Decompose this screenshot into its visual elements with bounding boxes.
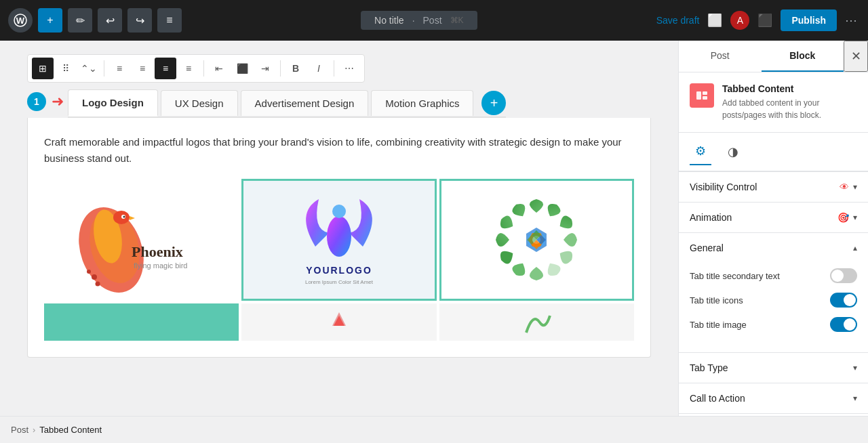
- svg-rect-23: [703, 96, 707, 100]
- tab-ux-design[interactable]: UX Design: [161, 90, 238, 116]
- visibility-icon: 👁: [840, 182, 849, 192]
- toolbar-block-type-btn[interactable]: ⊞: [32, 58, 54, 79]
- more-options-button[interactable]: ⋯: [842, 10, 860, 30]
- toolbar-align-right-btn[interactable]: ≡: [155, 58, 176, 79]
- toggle-row-image: Tab title image: [690, 317, 857, 332]
- tab-type-chevron: ▾: [853, 363, 857, 373]
- toolbar-indent-left-btn[interactable]: ⇤: [208, 58, 230, 79]
- block-details: Tabbed Content Add tabbed content in you…: [722, 83, 857, 121]
- general-content: Tab title secondary text Tab title icons…: [679, 263, 868, 352]
- top-right-actions: Save draft ⬜ A ⬛ Publish ⋯: [656, 9, 860, 31]
- list-view-button[interactable]: ≡: [157, 8, 182, 33]
- toggle-secondary-text[interactable]: [830, 268, 857, 283]
- main-layout: ⊞ ⠿ ⌃⌄ ≡ ≡ ≡ ≡ ⇤ ⬛ ⇥ B I ⋯ 1 ➜ Logo Des: [0, 41, 868, 416]
- block-desc: Add tabbed content in your posts/pages w…: [722, 97, 857, 121]
- svg-rect-22: [703, 91, 707, 95]
- toolbar-bold-btn[interactable]: B: [285, 58, 307, 79]
- toolbar-more-btn[interactable]: ⋯: [338, 58, 360, 79]
- visibility-control-label: Visibility Control: [690, 182, 757, 192]
- settings-icons-row: ⚙ ◑: [679, 133, 868, 172]
- tab-advertisement-design[interactable]: Advertisement Design: [241, 90, 369, 116]
- animation-section: Animation 🎯 ▾: [679, 203, 868, 233]
- post-title-sep: ·: [412, 15, 415, 26]
- block-info: Tabbed Content Add tabbed content in you…: [679, 72, 868, 133]
- bottom-cell-2: [241, 303, 436, 341]
- breadcrumb: Post › Tabbed Content: [0, 416, 868, 443]
- toolbar-indent-right-btn[interactable]: ⇥: [254, 58, 276, 79]
- redo-button[interactable]: ↪: [127, 8, 152, 33]
- preview-button[interactable]: ⬜: [705, 10, 725, 30]
- svg-point-15: [332, 205, 346, 218]
- add-block-button[interactable]: +: [38, 8, 62, 33]
- toolbar-divider-1: [104, 60, 104, 77]
- logo-grid-bottom-row: [44, 303, 634, 341]
- animation-header[interactable]: Animation 🎯 ▾: [679, 203, 868, 232]
- visibility-control-section: Visibility Control 👁 ▾: [679, 172, 868, 203]
- settings-contrast-button[interactable]: ◑: [722, 138, 744, 165]
- tab-indicator: 1 ➜: [27, 92, 68, 111]
- general-header[interactable]: General ▴: [679, 233, 868, 263]
- block-toolbar: ⊞ ⠿ ⌃⌄ ≡ ≡ ≡ ≡ ⇤ ⬛ ⇥ B I ⋯: [27, 54, 365, 83]
- content-panel: Craft memorable and impactful logos that…: [27, 118, 651, 358]
- tabs-row: Logo Design UX Design Advertisement Desi…: [68, 89, 506, 118]
- call-to-action-label: Call to Action: [690, 393, 745, 404]
- breadcrumb-post[interactable]: Post: [11, 425, 28, 435]
- toggle-label-icons: Tab title icons: [690, 295, 743, 305]
- svg-text:W: W: [16, 16, 25, 26]
- toolbar-align-left-btn[interactable]: ≡: [108, 58, 130, 79]
- settings-gear-button[interactable]: ⚙: [690, 138, 711, 165]
- svg-point-11: [123, 216, 125, 218]
- publish-button[interactable]: Publish: [781, 9, 837, 31]
- svg-text:Lorem Ipsum Color Sit Amet: Lorem Ipsum Color Sit Amet: [305, 279, 374, 285]
- svg-point-7: [95, 282, 100, 287]
- step-badge: 1: [27, 92, 46, 111]
- toolbar-move-btn[interactable]: ⌃⌄: [78, 58, 100, 79]
- logo-grid: Phoenix flying magic bird: [44, 179, 634, 301]
- svg-text:Phoenix: Phoenix: [132, 243, 183, 260]
- content-description: Craft memorable and impactful logos that…: [44, 134, 634, 167]
- add-tab-button[interactable]: +: [481, 91, 506, 115]
- avatar-button[interactable]: A: [730, 11, 749, 30]
- svg-point-14: [327, 216, 351, 257]
- toggle-image[interactable]: [830, 317, 857, 332]
- wp-logo: W: [8, 8, 33, 33]
- sidebar-close-button[interactable]: ✕: [844, 41, 868, 72]
- pen-tool-button[interactable]: ✏: [68, 8, 92, 33]
- call-to-action-section: Call to Action ▾: [679, 383, 868, 414]
- call-to-action-header[interactable]: Call to Action ▾: [679, 383, 868, 413]
- toolbar-divider-2: [203, 60, 204, 77]
- toggle-icons[interactable]: [830, 293, 857, 308]
- toolbar-justify-btn[interactable]: ≡: [178, 58, 199, 79]
- sidebar-tab-post[interactable]: Post: [679, 41, 762, 72]
- toolbar-italic-btn[interactable]: I: [308, 58, 330, 79]
- post-type: Post: [423, 15, 442, 26]
- svg-text:YOURLOGO: YOURLOGO: [306, 265, 372, 276]
- toggle-label-secondary-text: Tab title secondary text: [690, 271, 780, 281]
- logo-cell-circular: [439, 179, 634, 301]
- tab-logo-design[interactable]: Logo Design: [68, 89, 158, 117]
- toolbar-block-btn[interactable]: ⬛: [231, 58, 253, 79]
- top-bar: W + ✏ ↩ ↪ ≡ No title · Post ⌘K Save draf…: [0, 0, 868, 41]
- svg-text:flying magic bird: flying magic bird: [134, 261, 187, 270]
- undo-button[interactable]: ↩: [98, 8, 122, 33]
- settings-toggle-button[interactable]: ⬛: [755, 10, 775, 30]
- sidebar-tabs: Post Block ✕: [679, 41, 868, 72]
- visibility-control-header[interactable]: Visibility Control 👁 ▾: [679, 172, 868, 202]
- general-section: General ▴ Tab title secondary text Tab t…: [679, 233, 868, 353]
- general-label: General: [690, 242, 724, 253]
- tab-type-header[interactable]: Tab Type ▾: [679, 353, 868, 383]
- breadcrumb-separator: ›: [33, 425, 35, 435]
- toolbar-divider-4: [334, 60, 334, 77]
- arrow-icon: ➜: [52, 93, 64, 110]
- toolbar-drag-btn[interactable]: ⠿: [55, 58, 77, 79]
- general-chevron: ▴: [853, 243, 857, 253]
- svg-point-6: [87, 270, 91, 274]
- animation-label: Animation: [690, 212, 732, 223]
- tab-motion-graphics[interactable]: Motion Graphics: [371, 90, 473, 116]
- post-title-area[interactable]: No title · Post ⌘K: [361, 11, 477, 30]
- toolbar-align-center-btn[interactable]: ≡: [132, 58, 153, 79]
- svg-marker-9: [130, 216, 135, 220]
- save-draft-button[interactable]: Save draft: [656, 15, 700, 26]
- sidebar-tab-block[interactable]: Block: [762, 41, 844, 72]
- toggle-label-image: Tab title image: [690, 320, 747, 330]
